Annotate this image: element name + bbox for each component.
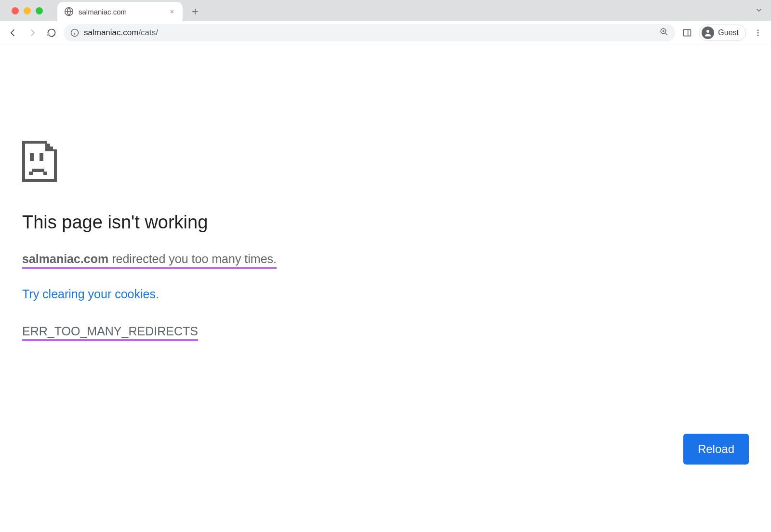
reload-button[interactable]: Reload bbox=[683, 434, 749, 465]
tabs-dropdown-button[interactable] bbox=[755, 6, 763, 16]
svg-rect-5 bbox=[684, 29, 691, 36]
profile-chip[interactable]: Guest bbox=[699, 25, 746, 41]
back-button[interactable] bbox=[6, 26, 20, 40]
reload-nav-button[interactable] bbox=[44, 26, 59, 40]
url-host: salmaniac.com bbox=[84, 28, 138, 38]
error-code: ERR_TOO_MANY_REDIRECTS bbox=[22, 324, 198, 341]
tab-close-button[interactable] bbox=[168, 8, 176, 15]
svg-point-9 bbox=[758, 32, 759, 33]
browser-toolbar: salmaniac.com/cats/ Guest bbox=[0, 21, 771, 44]
clear-cookies-link[interactable]: Try clearing your cookies bbox=[22, 287, 156, 301]
svg-rect-11 bbox=[30, 153, 34, 161]
svg-point-8 bbox=[758, 29, 759, 31]
new-tab-button[interactable] bbox=[187, 4, 203, 19]
window-close-icon[interactable] bbox=[12, 7, 19, 14]
cookies-suggestion: Try clearing your cookies. bbox=[22, 287, 749, 301]
forward-button[interactable] bbox=[25, 26, 40, 40]
svg-point-10 bbox=[758, 34, 759, 36]
svg-rect-13 bbox=[32, 169, 44, 172]
error-host: salmaniac.com bbox=[22, 252, 108, 266]
chrome-menu-button[interactable] bbox=[751, 26, 765, 40]
globe-icon bbox=[64, 7, 74, 16]
cookies-period: . bbox=[156, 287, 159, 301]
tab-title: salmaniac.com bbox=[79, 8, 163, 16]
error-page: This page isn't working salmaniac.com re… bbox=[0, 44, 771, 532]
address-bar[interactable]: salmaniac.com/cats/ bbox=[64, 24, 675, 41]
svg-rect-14 bbox=[29, 172, 33, 175]
tab-strip: salmaniac.com bbox=[0, 0, 771, 21]
sad-page-icon bbox=[22, 141, 57, 182]
browser-tab[interactable]: salmaniac.com bbox=[57, 2, 183, 21]
svg-point-7 bbox=[706, 30, 709, 33]
side-panel-button[interactable] bbox=[680, 26, 694, 40]
window-fullscreen-icon[interactable] bbox=[36, 7, 43, 14]
site-info-icon[interactable] bbox=[70, 28, 79, 37]
url-text: salmaniac.com/cats/ bbox=[84, 28, 158, 38]
zoom-icon[interactable] bbox=[660, 27, 668, 38]
error-redirect-text: redirected you too many times. bbox=[108, 252, 277, 266]
svg-rect-12 bbox=[40, 153, 43, 161]
profile-label: Guest bbox=[718, 28, 739, 37]
error-message: salmaniac.com redirected you too many ti… bbox=[22, 252, 277, 269]
window-traffic-lights bbox=[5, 0, 48, 21]
svg-rect-15 bbox=[43, 172, 47, 175]
url-path: /cats/ bbox=[138, 28, 158, 38]
avatar-icon bbox=[702, 27, 714, 39]
error-heading: This page isn't working bbox=[22, 212, 749, 233]
window-minimize-icon[interactable] bbox=[24, 7, 31, 14]
